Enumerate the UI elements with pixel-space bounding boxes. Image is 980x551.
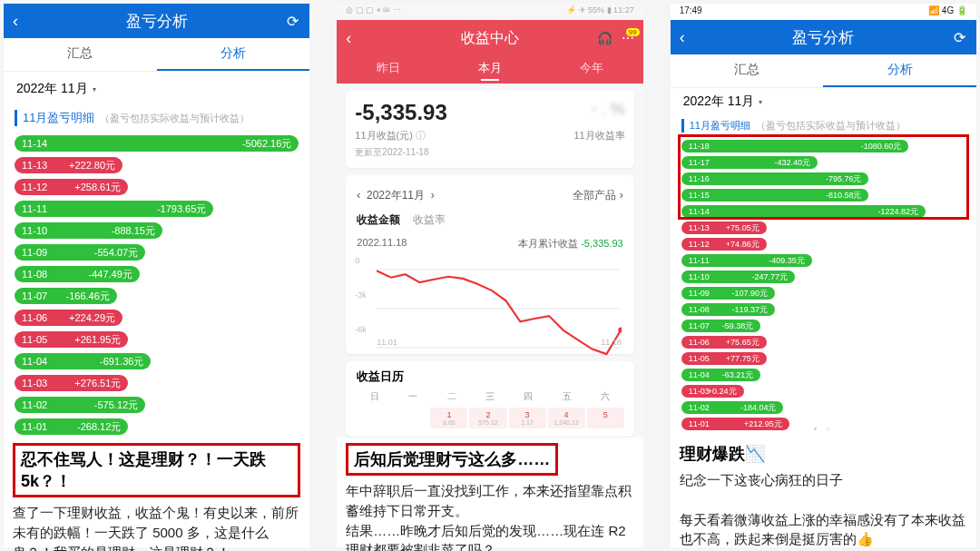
panel-2: ◎ ▢ ▢ ⌖ ✉ ⋯ ⚡ ✈ 55% ▮ 11:27 ‹ 收益中心 🎧 ⋯99… xyxy=(337,4,642,547)
header: ‹ 盈亏分析 ⟳ xyxy=(671,20,976,54)
header-title: 收益中心 xyxy=(461,29,519,48)
calendar-title: 收益日历 xyxy=(355,369,624,390)
summary-card: -5,335.93 - . % 11月收益(元) ⓘ 11月收益率 更新至202… xyxy=(346,91,633,168)
svg-point-3 xyxy=(619,327,622,332)
weekday-row: 日一二三四五六 xyxy=(355,390,624,403)
pnl-row[interactable]: 11-07-166.46元 xyxy=(15,288,117,304)
detail-title: 11月盈亏明细 （盈亏包括实际收益与预计收益） xyxy=(681,119,965,133)
caption-body: 纪念一下这丧心病狂的日子 每天看着微薄收益上涨的幸福感没有了本来收益也不高，跌起… xyxy=(680,470,967,549)
pnl-row[interactable]: 11-02-184.04元 xyxy=(681,401,784,414)
pnl-row[interactable]: 11-07-59.38元 xyxy=(681,320,761,332)
more-icon[interactable]: ⋯99 xyxy=(622,31,634,45)
tab-month[interactable]: 本月 xyxy=(439,56,541,84)
subtab-amount[interactable]: 收益金额 xyxy=(357,212,400,228)
tabs: 汇总 分析 xyxy=(4,38,309,72)
statusbar: ◎ ▢ ▢ ⌖ ✉ ⋯ ⚡ ✈ 55% ▮ 11:27 xyxy=(337,4,642,20)
header: ‹ 盈亏分析 ⟳ xyxy=(4,4,309,38)
pnl-row[interactable]: 11-08-447.49元 xyxy=(15,266,140,282)
big-amount: -5,335.93 xyxy=(355,100,446,124)
tab-yesterday[interactable]: 昨日 xyxy=(337,56,438,84)
headset-icon[interactable]: 🎧 xyxy=(597,31,612,45)
calendar-day[interactable]: 5 xyxy=(587,408,624,428)
pnl-row[interactable]: 11-10-888.15元 xyxy=(15,222,162,239)
pnl-row[interactable]: 11-08-119.37元 xyxy=(681,303,775,316)
pnl-row[interactable]: 11-14-5062.16元 xyxy=(15,135,299,152)
back-icon[interactable]: ‹ xyxy=(13,12,18,31)
refresh-icon[interactable]: ⟳ xyxy=(954,29,965,46)
label-left: 11月收益(元) ⓘ xyxy=(355,129,426,143)
pct-blur: - . % xyxy=(592,100,625,119)
update-line: 更新至2022-11-18 xyxy=(355,146,624,159)
statusbar: 17:49 📶 4G 🔋 xyxy=(671,4,976,20)
pnl-row[interactable]: 11-15-810.58元 xyxy=(681,189,869,202)
page-indicator: • ○ xyxy=(671,424,976,434)
caption-title: 理财爆跌📉 xyxy=(680,443,967,465)
subtab-rate[interactable]: 收益率 xyxy=(413,212,446,228)
pnl-row[interactable]: 11-14-1224.82元 xyxy=(681,205,926,218)
tab-summary[interactable]: 汇总 xyxy=(4,38,157,71)
pnl-row[interactable]: 11-13+222.80元 xyxy=(15,157,122,173)
pnl-row[interactable]: 11-12+74.86元 xyxy=(681,238,767,251)
pnl-row[interactable]: 11-12+258.61元 xyxy=(15,179,128,195)
tab-year[interactable]: 今年 xyxy=(541,56,642,84)
pnl-row[interactable]: 11-06+224.29元 xyxy=(15,310,122,326)
pnl-list: 11-18-1080.60元11-17-432.40元11-16-795.76元… xyxy=(671,136,976,438)
panel-3: 17:49 📶 4G 🔋 ‹ 盈亏分析 ⟳ 汇总 分析 2022年 11月 ▾ … xyxy=(671,4,976,547)
month-sub-selector[interactable]: ‹ 2022年11月 › xyxy=(357,188,434,203)
cumulative-chart: 0 -3k -6k 11.01 11.18 xyxy=(355,256,624,347)
calendar-day[interactable]: 2575.12 xyxy=(469,408,506,428)
caption-title: 忍不住骂人！这是理财？！一天跌 5k？！ xyxy=(13,443,300,497)
chevron-down-icon: ▾ xyxy=(759,98,762,106)
calendar-days: 18.802575.1231.1741,240.135 xyxy=(355,407,624,429)
pnl-row[interactable]: 11-18-1080.60元 xyxy=(681,140,909,153)
caption: 忍不住骂人！这是理财？！一天跌 5k？！ 查了一下理财收益，收益个鬼！有史以来，… xyxy=(4,438,309,551)
refresh-icon[interactable]: ⟳ xyxy=(287,13,299,30)
calendar-day[interactable]: 41,240.13 xyxy=(548,408,585,428)
pnl-row[interactable]: 11-17-432.40元 xyxy=(681,156,818,169)
month-selector[interactable]: 2022年 11月 ▾ xyxy=(4,72,309,106)
tabs: 汇总 分析 xyxy=(671,54,976,88)
header-title: 盈亏分析 xyxy=(126,11,188,32)
pnl-row[interactable]: 11-06+75.65元 xyxy=(681,336,767,349)
month-label: 2022年 11月 xyxy=(16,81,88,97)
tab-analysis[interactable]: 分析 xyxy=(823,54,976,87)
pnl-row[interactable]: 11-11-409.35元 xyxy=(681,254,812,267)
header-title: 盈亏分析 xyxy=(792,27,854,48)
product-selector[interactable]: 全部产品 › xyxy=(573,188,622,203)
caption: 理财爆跌📉 纪念一下这丧心病狂的日子 每天看着微薄收益上涨的幸福感没有了本来收益… xyxy=(671,438,976,551)
pnl-row[interactable]: 11-04-691.36元 xyxy=(15,353,151,369)
pnl-row[interactable]: 11-11-1793.65元 xyxy=(15,201,213,217)
caption-body: 查了一下理财收益，收益个鬼！有史以来，前所未有的跌幅！一天跌了 5000 多，这… xyxy=(13,503,300,551)
caption: 后知后觉理财亏这么多…… 年中辞职后一直没找到工作，本来还指望靠点积蓄维持下日常… xyxy=(337,438,642,551)
tab-summary[interactable]: 汇总 xyxy=(671,54,824,87)
month-selector[interactable]: 2022年 11月 ▾ xyxy=(671,88,976,115)
pnl-row[interactable]: 11-05+261.95元 xyxy=(15,331,128,348)
panel-1: ‹ 盈亏分析 ⟳ 汇总 分析 2022年 11月 ▾ 11月盈亏明细 （盈亏包括… xyxy=(4,4,309,547)
pnl-row[interactable]: 11-04-63.21元 xyxy=(681,369,761,381)
header: ‹ 收益中心 🎧 ⋯99 xyxy=(337,20,642,56)
pnl-row[interactable]: 11-03+0.24元 xyxy=(681,385,744,398)
pnl-row[interactable]: 11-13+75.05元 xyxy=(681,221,767,234)
pnl-row[interactable]: 11-03+276.51元 xyxy=(15,375,128,391)
caption-body: 年中辞职后一直没找到工作，本来还指望靠点积蓄维持下日常开支。 结果……昨晚才后知… xyxy=(346,481,633,551)
pnl-row[interactable]: 11-09-107.90元 xyxy=(681,287,775,300)
chevron-down-icon: ▾ xyxy=(92,85,95,93)
pnl-list: 11-14-5062.16元11-13+222.80元11-12+258.61元… xyxy=(4,130,309,438)
tab-analysis[interactable]: 分析 xyxy=(157,38,310,71)
detail-title: 11月盈亏明细 （盈亏包括实际收益与预计收益） xyxy=(15,110,299,126)
pnl-row[interactable]: 11-05+77.75元 xyxy=(681,352,767,365)
period-tabs: 昨日 本月 今年 xyxy=(337,56,642,84)
pnl-row[interactable]: 11-02-575.12元 xyxy=(15,397,145,413)
back-icon[interactable]: ‹ xyxy=(680,28,685,47)
pnl-row[interactable]: 11-16-795.76元 xyxy=(681,172,869,185)
sub-tabs: 收益金额 收益率 xyxy=(355,212,624,235)
pnl-row[interactable]: 11-09-554.07元 xyxy=(15,244,145,261)
pnl-row[interactable]: 11-01-268.12元 xyxy=(15,418,128,435)
info-icon[interactable]: ⓘ xyxy=(416,130,426,141)
back-icon[interactable]: ‹ xyxy=(346,29,351,48)
caption-title: 后知后觉理财亏这么多…… xyxy=(346,443,558,476)
pnl-row[interactable]: 11-10-247.77元 xyxy=(681,271,795,283)
calendar-day[interactable]: 31.17 xyxy=(509,408,546,428)
calendar-day[interactable]: 18.80 xyxy=(430,408,467,428)
